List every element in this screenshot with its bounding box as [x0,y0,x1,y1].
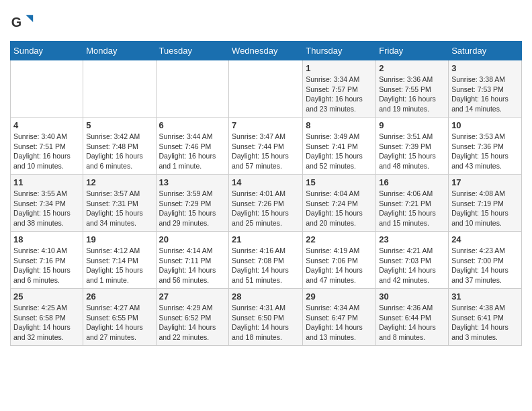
day-info: Sunrise: 4:04 AMSunset: 7:24 PMDaylight:… [306,189,373,228]
day-info: Sunrise: 3:59 AMSunset: 7:29 PMDaylight:… [159,189,226,228]
calendar-cell: 27Sunrise: 4:29 AMSunset: 6:52 PMDayligh… [156,289,229,346]
day-number: 17 [451,177,519,187]
day-info: Sunrise: 3:47 AMSunset: 7:44 PMDaylight:… [232,132,300,171]
day-info: Sunrise: 3:44 AMSunset: 7:46 PMDaylight:… [159,132,226,171]
day-info: Sunrise: 4:06 AMSunset: 7:21 PMDaylight:… [379,189,445,228]
calendar-cell: 23Sunrise: 4:21 AMSunset: 7:03 PMDayligh… [376,232,449,289]
calendar-cell: 20Sunrise: 4:14 AMSunset: 7:11 PMDayligh… [156,232,229,289]
day-number: 14 [232,177,300,187]
day-info: Sunrise: 3:51 AMSunset: 7:39 PMDaylight:… [379,132,445,171]
calendar-cell [83,60,156,118]
day-number: 24 [451,234,519,244]
svg-text:G: G [11,15,21,30]
day-number: 28 [232,291,300,302]
weekday-header-tuesday: Tuesday [156,42,229,60]
calendar-header: SundayMondayTuesdayWednesdayThursdayFrid… [11,42,522,60]
day-info: Sunrise: 3:57 AMSunset: 7:31 PMDaylight:… [86,189,152,228]
calendar-week-row: 11Sunrise: 3:55 AMSunset: 7:34 PMDayligh… [11,175,522,232]
day-number: 7 [232,120,300,130]
day-number: 16 [379,177,445,187]
calendar-week-row: 25Sunrise: 4:25 AMSunset: 6:58 PMDayligh… [11,289,522,346]
day-info: Sunrise: 4:27 AMSunset: 6:55 PMDaylight:… [86,303,152,342]
calendar-week-row: 1Sunrise: 3:34 AMSunset: 7:57 PMDaylight… [11,60,522,118]
day-info: Sunrise: 3:53 AMSunset: 7:36 PMDaylight:… [451,132,519,171]
logo: G [10,10,37,34]
calendar-cell: 8Sunrise: 3:49 AMSunset: 7:41 PMDaylight… [303,118,376,175]
day-info: Sunrise: 4:36 AMSunset: 6:44 PMDaylight:… [379,303,445,342]
day-number: 12 [86,177,152,187]
calendar-cell: 25Sunrise: 4:25 AMSunset: 6:58 PMDayligh… [11,289,83,346]
calendar-cell: 22Sunrise: 4:19 AMSunset: 7:06 PMDayligh… [303,232,376,289]
day-number: 3 [451,63,519,73]
calendar-cell: 29Sunrise: 4:34 AMSunset: 6:47 PMDayligh… [303,289,376,346]
day-info: Sunrise: 3:38 AMSunset: 7:53 PMDaylight:… [451,75,519,114]
weekday-header-thursday: Thursday [303,42,376,60]
day-info: Sunrise: 3:40 AMSunset: 7:51 PMDaylight:… [13,132,80,171]
day-info: Sunrise: 4:01 AMSunset: 7:26 PMDaylight:… [232,189,300,228]
calendar-cell: 6Sunrise: 3:44 AMSunset: 7:46 PMDaylight… [156,118,229,175]
calendar-cell: 9Sunrise: 3:51 AMSunset: 7:39 PMDaylight… [376,118,449,175]
calendar-cell: 21Sunrise: 4:16 AMSunset: 7:08 PMDayligh… [229,232,303,289]
day-number: 2 [379,63,445,73]
calendar-cell: 13Sunrise: 3:59 AMSunset: 7:29 PMDayligh… [156,175,229,232]
calendar-cell: 15Sunrise: 4:04 AMSunset: 7:24 PMDayligh… [303,175,376,232]
day-info: Sunrise: 3:42 AMSunset: 7:48 PMDaylight:… [86,132,152,171]
calendar-cell: 17Sunrise: 4:08 AMSunset: 7:19 PMDayligh… [449,175,522,232]
weekday-header-wednesday: Wednesday [229,42,303,60]
calendar-cell [229,60,303,118]
calendar-cell: 2Sunrise: 3:36 AMSunset: 7:55 PMDaylight… [376,60,449,118]
header-row: SundayMondayTuesdayWednesdayThursdayFrid… [11,42,522,60]
calendar-cell: 11Sunrise: 3:55 AMSunset: 7:34 PMDayligh… [11,175,83,232]
calendar-cell: 26Sunrise: 4:27 AMSunset: 6:55 PMDayligh… [83,289,156,346]
day-info: Sunrise: 3:49 AMSunset: 7:41 PMDaylight:… [306,132,373,171]
page-header: G [10,10,522,34]
day-number: 8 [306,120,373,130]
calendar-cell: 12Sunrise: 3:57 AMSunset: 7:31 PMDayligh… [83,175,156,232]
weekday-header-monday: Monday [83,42,156,60]
day-number: 1 [306,63,373,73]
day-number: 6 [159,120,226,130]
calendar-cell: 24Sunrise: 4:23 AMSunset: 7:00 PMDayligh… [449,232,522,289]
calendar-table: SundayMondayTuesdayWednesdayThursdayFrid… [10,41,522,346]
day-info: Sunrise: 4:34 AMSunset: 6:47 PMDaylight:… [306,303,373,342]
day-info: Sunrise: 3:34 AMSunset: 7:57 PMDaylight:… [306,75,373,114]
calendar-cell: 18Sunrise: 4:10 AMSunset: 7:16 PMDayligh… [11,232,83,289]
day-number: 21 [232,234,300,244]
day-number: 31 [451,291,519,302]
calendar-cell: 28Sunrise: 4:31 AMSunset: 6:50 PMDayligh… [229,289,303,346]
day-number: 5 [86,120,152,130]
weekday-header-friday: Friday [376,42,449,60]
calendar-cell: 31Sunrise: 4:38 AMSunset: 6:41 PMDayligh… [449,289,522,346]
calendar-week-row: 4Sunrise: 3:40 AMSunset: 7:51 PMDaylight… [11,118,522,175]
calendar-cell: 10Sunrise: 3:53 AMSunset: 7:36 PMDayligh… [449,118,522,175]
day-number: 18 [13,234,80,244]
day-number: 27 [159,291,226,302]
day-number: 22 [306,234,373,244]
svg-marker-1 [26,15,33,22]
day-info: Sunrise: 4:23 AMSunset: 7:00 PMDaylight:… [451,246,519,285]
day-number: 15 [306,177,373,187]
day-number: 25 [13,291,80,302]
calendar-week-row: 18Sunrise: 4:10 AMSunset: 7:16 PMDayligh… [11,232,522,289]
day-number: 26 [86,291,152,302]
calendar-cell [11,60,83,118]
day-number: 10 [451,120,519,130]
day-info: Sunrise: 4:16 AMSunset: 7:08 PMDaylight:… [232,246,300,285]
day-info: Sunrise: 4:10 AMSunset: 7:16 PMDaylight:… [13,246,80,285]
calendar-body: 1Sunrise: 3:34 AMSunset: 7:57 PMDaylight… [11,60,522,346]
calendar-cell: 1Sunrise: 3:34 AMSunset: 7:57 PMDaylight… [303,60,376,118]
day-number: 23 [379,234,445,244]
day-info: Sunrise: 3:55 AMSunset: 7:34 PMDaylight:… [13,189,80,228]
day-info: Sunrise: 4:08 AMSunset: 7:19 PMDaylight:… [451,189,519,228]
calendar-cell: 30Sunrise: 4:36 AMSunset: 6:44 PMDayligh… [376,289,449,346]
day-info: Sunrise: 4:25 AMSunset: 6:58 PMDaylight:… [13,303,80,342]
day-info: Sunrise: 4:14 AMSunset: 7:11 PMDaylight:… [159,246,226,285]
day-number: 20 [159,234,226,244]
calendar-cell: 19Sunrise: 4:12 AMSunset: 7:14 PMDayligh… [83,232,156,289]
calendar-cell [156,60,229,118]
day-number: 29 [306,291,373,302]
calendar-cell: 14Sunrise: 4:01 AMSunset: 7:26 PMDayligh… [229,175,303,232]
day-info: Sunrise: 4:29 AMSunset: 6:52 PMDaylight:… [159,303,226,342]
logo-icon: G [10,10,34,34]
weekday-header-sunday: Sunday [11,42,83,60]
